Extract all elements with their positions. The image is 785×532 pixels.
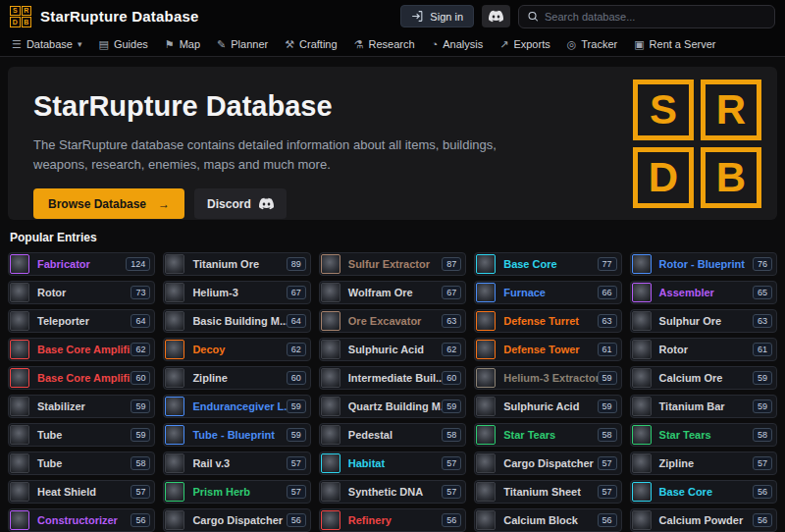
entry-count-badge: 57	[131, 485, 150, 499]
item-thumbnail-icon	[476, 254, 496, 274]
nav-item-label: Analysis	[443, 38, 483, 50]
entry-card[interactable]: Teleporter 64	[8, 309, 155, 333]
nav-item-guides[interactable]: ▤ Guides	[99, 38, 148, 50]
entry-card[interactable]: Tube 59	[8, 423, 155, 447]
discord-button[interactable]	[482, 5, 510, 27]
entry-card[interactable]: Endurancegiver L... 59	[163, 395, 310, 418]
entry-card[interactable]: Rotor - Blueprint 76	[630, 252, 777, 276]
entry-card[interactable]: Pedestal 58	[319, 423, 466, 447]
entry-card[interactable]: Heat Shield 57	[8, 480, 155, 504]
entry-card[interactable]: Rail v.3 57	[163, 452, 310, 475]
entry-count-badge: 77	[598, 257, 617, 271]
nav-item-tracker[interactable]: ◎ Tracker	[567, 38, 617, 50]
entry-name: Titanium Sheet	[497, 486, 597, 498]
nav-item-rent-a-server[interactable]: ▣ Rent a Server	[634, 38, 715, 50]
entry-card[interactable]: Titanium Ore 89	[163, 252, 310, 276]
entry-card[interactable]: Defense Turret 63	[474, 309, 621, 333]
entry-card[interactable]: Fabricator 124	[8, 252, 155, 276]
hero-section: StarRupture Database The StarRupture dat…	[8, 67, 777, 220]
entry-card[interactable]: Calcium Block 56	[474, 508, 621, 532]
entry-card[interactable]: Calcium Ore 59	[630, 366, 777, 390]
entry-name: Assembler	[653, 287, 753, 298]
entry-card[interactable]: Rotor 61	[630, 338, 777, 361]
logo-letter: R	[22, 6, 32, 17]
item-thumbnail-icon	[476, 397, 496, 416]
entry-card[interactable]: Defense Tower 61	[474, 338, 621, 361]
entry-card[interactable]: Sulphuric Acid 62	[319, 338, 466, 361]
item-thumbnail-icon	[10, 510, 29, 530]
entry-card[interactable]: Habitat 57	[319, 452, 466, 475]
entry-card[interactable]: Titanium Bar 59	[630, 395, 777, 418]
search-input[interactable]	[545, 11, 766, 23]
entry-card[interactable]: Sulphuric Acid 59	[474, 395, 621, 418]
entry-count-badge: 57	[598, 456, 617, 470]
entry-name: Rotor	[653, 344, 753, 355]
entry-card[interactable]: Star Tears 58	[474, 423, 621, 447]
srdb-logo[interactable]: SRDB	[10, 6, 31, 27]
entry-card[interactable]: Refinery 56	[319, 508, 466, 532]
entry-count-badge: 63	[442, 314, 461, 328]
item-thumbnail-icon	[165, 425, 184, 445]
entry-card[interactable]: Titanium Sheet 57	[474, 480, 621, 504]
item-thumbnail-icon	[165, 510, 184, 530]
entry-card[interactable]: Base Core Amplifi... 62	[8, 338, 155, 361]
entry-card[interactable]: Tube - Blueprint 59	[163, 423, 310, 447]
entry-card[interactable]: Sulphur Ore 63	[630, 309, 777, 333]
entry-card[interactable]: Quartz Building M... 59	[319, 395, 466, 418]
entry-count-badge: 58	[442, 428, 461, 442]
discord-hero-button[interactable]: Discord	[194, 188, 287, 219]
entry-card[interactable]: Zipline 60	[163, 366, 310, 390]
entry-card[interactable]: Calcium Powder 56	[630, 508, 777, 532]
entry-card[interactable]: Constructorizer 56	[8, 508, 155, 532]
entry-card[interactable]: Cargo Dispatcher 57	[474, 452, 621, 475]
nav-item-exports[interactable]: ↗ Exports	[499, 38, 550, 50]
entry-card[interactable]: Zipline 57	[630, 452, 777, 475]
entry-name: Defense Turret	[497, 315, 597, 327]
entry-card[interactable]: Cargo Dispatcher 56	[163, 508, 310, 532]
entry-card[interactable]: Assembler 65	[630, 281, 777, 304]
entry-card[interactable]: Helium-3 67	[163, 281, 310, 304]
entry-card[interactable]: Furnace 66	[474, 281, 621, 304]
entry-card[interactable]: Basic Building M... 64	[163, 309, 310, 333]
app-title: StarRupture Database	[40, 8, 199, 25]
search-box[interactable]	[518, 5, 775, 28]
entry-card[interactable]: Synthetic DNA 57	[319, 480, 466, 504]
entry-card[interactable]: Ore Excavator 63	[319, 309, 466, 333]
item-thumbnail-icon	[165, 453, 184, 473]
entry-name: Cargo Dispatcher	[497, 457, 597, 469]
item-thumbnail-icon	[632, 340, 652, 359]
entry-card[interactable]: Rotor 73	[8, 281, 155, 304]
entry-count-badge: 56	[753, 485, 772, 499]
nav-item-planner[interactable]: ✎ Planner	[217, 38, 268, 50]
entry-card[interactable]: Base Core 77	[474, 252, 621, 276]
entry-count-badge: 57	[753, 456, 772, 470]
entry-card[interactable]: Prism Herb 57	[163, 480, 310, 504]
nav-item-research[interactable]: ⚗ Research	[354, 38, 415, 50]
entry-card[interactable]: Base Core Amplifi... 60	[8, 366, 155, 390]
entry-card[interactable]: Helium-3 Extractor 59	[474, 366, 621, 390]
entry-name: Wolfram Ore	[341, 287, 442, 298]
nav-item-map[interactable]: ⚑ Map	[165, 38, 200, 50]
research-flask-icon: ⚗	[354, 39, 364, 50]
entry-name: Base Core	[653, 486, 753, 498]
sign-in-button[interactable]: Sign in	[400, 5, 474, 27]
logo-letter: B	[22, 17, 32, 27]
entry-card[interactable]: Base Core 56	[630, 480, 777, 504]
hero-description: The StarRupture database contains detail…	[33, 135, 499, 174]
nav-item-analysis[interactable]: ◔ Analysis	[432, 38, 484, 50]
nav-item-crafting[interactable]: ⚒ Crafting	[285, 38, 337, 50]
entry-card[interactable]: Sulfur Extractor 87	[319, 252, 466, 276]
entry-card[interactable]: Star Tears 58	[630, 423, 777, 447]
entry-count-badge: 59	[442, 399, 461, 413]
entry-card[interactable]: Stabilizer 59	[8, 395, 155, 418]
entry-card[interactable]: Tube 58	[8, 452, 155, 475]
nav-item-label: Map	[180, 38, 200, 50]
sign-in-label: Sign in	[430, 11, 463, 23]
discord-hero-label: Discord	[207, 197, 251, 211]
entry-card[interactable]: Wolfram Ore 67	[319, 281, 466, 304]
browse-database-button[interactable]: Browse Database →	[33, 188, 184, 219]
nav-item-database[interactable]: ☰ Database ▾	[12, 38, 82, 50]
entry-card[interactable]: Decoy 62	[163, 338, 310, 361]
entry-card[interactable]: Intermediate Buil... 60	[319, 366, 466, 390]
map-icon: ⚑	[165, 39, 175, 50]
